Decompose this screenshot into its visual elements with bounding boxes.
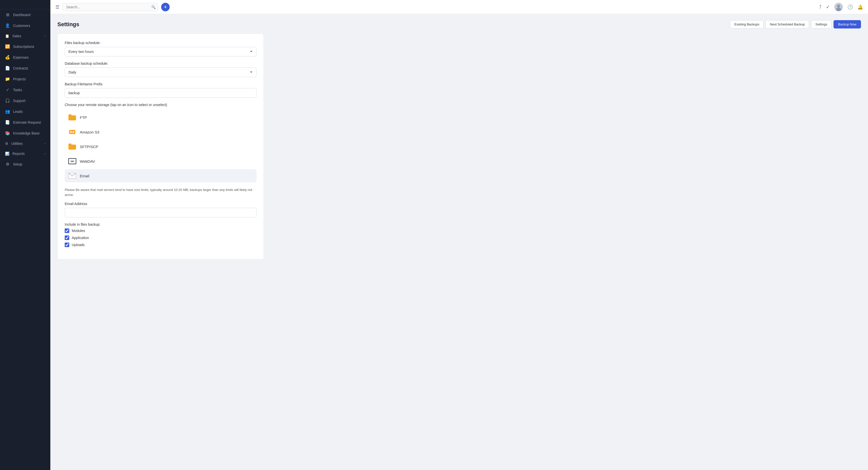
include-files-backup-group: Include in files backup: Modules Applica… [65,223,256,247]
sidebar-item-label: Tasks [13,88,22,92]
sidebar: ⊞ Dashboard 👤 Customers 📋 Sales ‹ 🔁 Subs… [0,0,50,470]
history-icon[interactable]: 🕐 [847,4,853,10]
chevron-left-icon-utilities: ‹ [44,142,45,145]
support-icon: 🎧 [5,98,10,103]
sales-icon: 📋 [5,34,9,38]
storage-option-ftp[interactable]: FTP [65,111,256,124]
search-icon: 🔍 [151,5,156,9]
search-container: 🔍 [62,3,158,11]
projects-icon: 📁 [5,77,10,81]
topbar: ☰ 🔍 + ⤴ ✓ 🕐 🔔 [50,0,868,14]
sidebar-item-setup[interactable]: ⚙ Setup [0,159,50,170]
sidebar-item-expenses[interactable]: 💰 Expenses [0,52,50,63]
database-backup-schedule-select[interactable]: Hourly Every two hours Every 6 hours Eve… [65,67,256,77]
checkbox-item-modules[interactable]: Modules [65,229,256,233]
storage-option-amazon-s3[interactable]: S3 Amazon S3 [65,125,256,139]
main-area: ☰ 🔍 + ⤴ ✓ 🕐 🔔 Settings Existing Backups … [50,0,868,470]
setup-icon: ⚙ [5,162,10,167]
content-area: Settings Existing Backups Next Scheduled… [50,14,868,470]
sidebar-item-label: Support [13,99,25,103]
expenses-icon: 💰 [5,55,10,60]
webdav-label: WebDAV [80,159,95,164]
sidebar-item-label: Reports [12,152,25,156]
sidebar-item-dashboard[interactable]: ⊞ Dashboard [0,9,50,20]
sidebar-item-projects[interactable]: 📁 Projects [0,74,50,84]
sidebar-item-label: Utilities [11,142,23,146]
storage-options-list: FTP S3 Amazon [65,111,256,182]
search-input[interactable] [62,3,158,11]
checkbox-item-uploads[interactable]: Uploads [65,242,256,247]
header-actions: Existing Backups Next Scheduled Backup S… [730,20,861,28]
remote-storage-group: Choose your remote storage (tap on an ic… [65,103,256,182]
leads-icon: 👥 [5,109,10,114]
backup-filename-prefix-label: Backup FileName Prefix [65,82,256,86]
include-files-backup-label: Include in files backup: [65,223,256,227]
sidebar-item-label: Subscriptions [13,45,34,49]
settings-button[interactable]: Settings [811,20,832,28]
menu-icon[interactable]: ☰ [55,4,59,10]
sidebar-item-subscriptions[interactable]: 🔁 Subscriptions [0,41,50,52]
svg-point-1 [837,4,840,7]
sidebar-item-tasks[interactable]: ✓ Tasks [0,84,50,95]
utilities-icon: ⚙ [5,142,8,146]
reports-icon: 📊 [5,152,9,156]
svg-text:S3: S3 [71,131,73,133]
backup-now-button[interactable]: Backup Now [834,20,861,28]
add-button[interactable]: + [161,3,170,11]
sidebar-item-customers[interactable]: 👤 Customers [0,20,50,31]
application-checkbox[interactable] [65,235,69,240]
check-icon[interactable]: ✓ [826,4,830,10]
database-backup-schedule-group: Database backup schedule: Hourly Every t… [65,61,256,77]
sidebar-item-contracts[interactable]: 📄 Contracts [0,63,50,74]
svg-rect-5 [73,131,74,133]
sidebar-item-knowledge-base[interactable]: 📚 Knowledge Base [0,128,50,139]
ftp-label: FTP [80,115,87,120]
modules-checkbox[interactable] [65,229,69,233]
sidebar-item-label: Projects [13,77,26,81]
knowledge-base-icon: 📚 [5,131,10,136]
storage-option-webdav[interactable]: DAV WebDAV [65,155,256,168]
avatar[interactable] [834,3,843,11]
amazon-s3-label: Amazon S3 [80,130,99,134]
settings-header: Settings Existing Backups Next Scheduled… [57,20,861,28]
files-backup-schedule-group: Files backup schedule: Every two hours H… [65,41,256,56]
files-backup-schedule-label: Files backup schedule: [65,41,256,45]
sidebar-item-label: Customers [13,24,30,28]
uploads-checkbox[interactable] [65,242,69,247]
sidebar-item-reports[interactable]: 📊 Reports ‹ [0,149,50,159]
sidebar-item-utilities[interactable]: ⚙ Utilities ‹ [0,139,50,149]
existing-backups-button[interactable]: Existing Backups [730,20,764,28]
topbar-right: ⤴ ✓ 🕐 🔔 [819,3,863,11]
storage-option-email[interactable]: Email [65,169,256,182]
svg-rect-6 [69,131,70,133]
email-address-label: Email Address [65,202,256,206]
email-notice: Please Be aware that mail servers tend t… [65,187,256,197]
checkbox-item-application[interactable]: Application [65,235,256,240]
chevron-left-icon: ‹ [44,34,45,37]
sidebar-item-label: Estimate Request [13,120,41,124]
backup-filename-prefix-input[interactable] [65,88,256,98]
sidebar-item-label: Expenses [13,55,28,59]
sidebar-item-label: Sales [12,34,21,38]
sidebar-logo [0,0,50,9]
bell-icon[interactable]: 🔔 [858,4,863,10]
svg-point-2 [836,7,841,11]
sidebar-item-estimate-request[interactable]: 📑 Estimate Request [0,117,50,128]
customers-icon: 👤 [5,23,10,28]
tasks-icon: ✓ [5,87,10,92]
chevron-left-icon-reports: ‹ [44,152,45,155]
sidebar-item-leads[interactable]: 👥 Leads [0,106,50,117]
sidebar-item-label: Dashboard [13,13,30,17]
sidebar-item-support[interactable]: 🎧 Support [0,95,50,106]
contracts-icon: 📄 [5,66,10,70]
storage-option-sftp-scp[interactable]: SFTP/SCP [65,140,256,153]
estimate-icon: 📑 [5,120,10,125]
email-address-input[interactable] [65,208,256,217]
share-icon[interactable]: ⤴ [819,4,822,9]
sidebar-item-sales[interactable]: 📋 Sales ‹ [0,31,50,41]
dashboard-icon: ⊞ [5,12,10,17]
settings-card: Files backup schedule: Every two hours H… [57,33,264,259]
files-backup-schedule-select[interactable]: Every two hours Hourly Every 6 hours Eve… [65,47,256,56]
database-backup-schedule-label: Database backup schedule: [65,61,256,65]
next-scheduled-backup-button[interactable]: Next Scheduled Backup [766,20,809,28]
